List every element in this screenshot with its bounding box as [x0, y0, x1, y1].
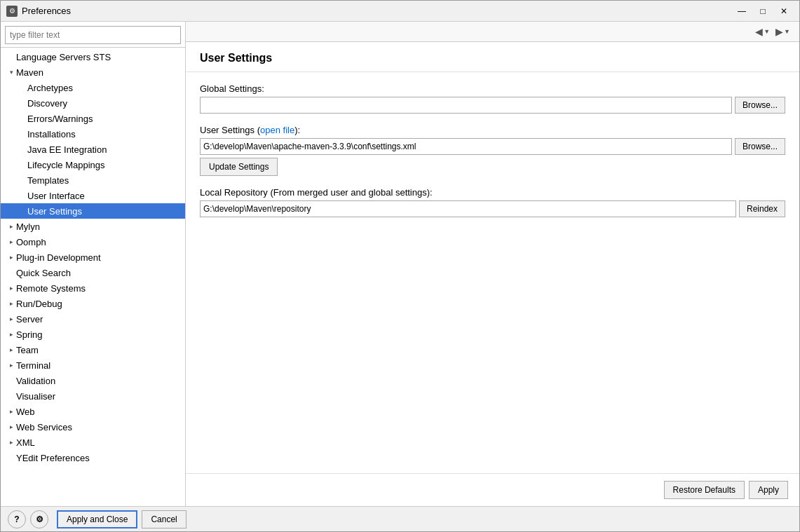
expander-icon: ▸ [6, 300, 16, 307]
back-button[interactable]: ◀ ▼ [753, 25, 772, 39]
title-bar: ⚙ Preferences — □ ✕ [1, 1, 799, 22]
sidebar-item-validation[interactable]: Validation [1, 373, 185, 388]
global-settings-group: Global Settings: Browse... [200, 83, 785, 114]
sidebar-item-errors-warnings[interactable]: Errors/Warnings [1, 111, 185, 126]
expander-icon: ▸ [6, 408, 16, 415]
sidebar-item-label: Templates [27, 175, 185, 186]
window-title: Preferences [22, 6, 732, 16]
sidebar-item-mylyn[interactable]: ▸Mylyn [1, 219, 185, 234]
global-settings-input[interactable] [200, 97, 732, 114]
sidebar-item-label: YEdit Preferences [16, 453, 185, 463]
open-file-link[interactable]: open file [260, 125, 294, 135]
sidebar-item-spring[interactable]: ▸Spring [1, 327, 185, 342]
expander-icon: ▸ [6, 223, 16, 230]
settings-icon-button[interactable]: ⚙ [30, 510, 48, 528]
sidebar-item-archetypes[interactable]: Archetypes [1, 80, 185, 95]
close-button[interactable]: ✕ [774, 4, 794, 19]
help-button[interactable]: ? [8, 510, 26, 528]
reindex-button[interactable]: Reindex [739, 200, 785, 217]
apply-button[interactable]: Apply [749, 481, 788, 499]
local-repo-input[interactable] [200, 200, 736, 217]
user-browse-button[interactable]: Browse... [735, 138, 785, 155]
sidebar-item-label: Run/Debug [16, 299, 185, 309]
sidebar-item-discovery[interactable]: Discovery [1, 95, 185, 111]
sidebar-item-label: Web [16, 407, 185, 417]
global-browse-button[interactable]: Browse... [735, 97, 785, 114]
forward-dropdown-icon: ▼ [784, 28, 790, 35]
sidebar-item-yedit[interactable]: YEdit Preferences [1, 450, 185, 465]
sidebar-item-web-services[interactable]: ▸Web Services [1, 419, 185, 435]
sidebar-item-label: Oomph [16, 237, 185, 247]
nav-toolbar: ◀ ▼ ▶ ▼ [186, 22, 799, 42]
sidebar-item-maven[interactable]: ▾Maven [1, 64, 185, 80]
expander-icon: ▸ [6, 346, 16, 353]
expander-icon: ▸ [6, 285, 16, 292]
sidebar-item-terminal[interactable]: ▸Terminal [1, 357, 185, 373]
forward-icon: ▶ [775, 26, 783, 37]
apply-close-button[interactable]: Apply and Close [57, 510, 137, 528]
sidebar-item-quick-search[interactable]: Quick Search [1, 265, 185, 280]
local-repo-row: Reindex [200, 200, 785, 217]
local-repo-label: Local Repository (From merged user and g… [200, 187, 785, 198]
sidebar-item-label: Server [16, 314, 185, 325]
sidebar-item-templates[interactable]: Templates [1, 172, 185, 188]
sidebar-item-label: Spring [16, 329, 185, 340]
expander-icon: ▾ [6, 69, 16, 76]
sidebar-item-label: User Interface [27, 191, 185, 201]
expander-icon: ▸ [6, 423, 16, 430]
filter-input[interactable] [5, 26, 181, 44]
sidebar-item-label: Validation [16, 376, 185, 386]
sidebar: Language Servers STS▾MavenArchetypesDisc… [1, 22, 186, 506]
expander-icon: ▸ [6, 331, 16, 338]
user-settings-label: User Settings (open file): [200, 125, 785, 135]
sidebar-item-label: Team [16, 345, 185, 355]
minimize-button[interactable]: — [732, 4, 752, 19]
sidebar-item-label: Java EE Integration [27, 144, 185, 155]
sidebar-item-label: Lifecycle Mappings [27, 160, 185, 170]
back-icon: ◀ [755, 26, 763, 37]
filter-wrap [1, 22, 185, 48]
footer-bar: ? ⚙ Apply and Close Cancel [1, 506, 799, 531]
sidebar-item-visualiser[interactable]: Visualiser [1, 388, 185, 404]
back-dropdown-icon: ▼ [764, 28, 770, 35]
expander-icon: ▸ [6, 315, 16, 322]
sidebar-item-lifecycle[interactable]: Lifecycle Mappings [1, 157, 185, 172]
user-settings-input[interactable] [200, 138, 732, 155]
tree-area: Language Servers STS▾MavenArchetypesDisc… [1, 48, 185, 506]
sidebar-item-user-interface[interactable]: User Interface [1, 188, 185, 203]
sidebar-item-label: XML [16, 437, 185, 448]
sidebar-item-label: Language Servers STS [16, 52, 185, 62]
main-area: Language Servers STS▾MavenArchetypesDisc… [1, 22, 799, 506]
sidebar-item-label: Remote Systems [16, 283, 185, 294]
sidebar-item-web[interactable]: ▸Web [1, 404, 185, 419]
sidebar-item-label: User Settings [27, 206, 185, 217]
action-buttons: Restore Defaults Apply [186, 473, 799, 506]
cancel-button[interactable]: Cancel [142, 510, 186, 528]
sidebar-item-installations[interactable]: Installations [1, 126, 185, 142]
sidebar-item-label: Terminal [16, 360, 185, 371]
sidebar-item-language-servers[interactable]: Language Servers STS [1, 49, 185, 64]
update-settings-button[interactable]: Update Settings [200, 158, 278, 176]
sidebar-item-label: Maven [16, 67, 185, 78]
sidebar-item-server[interactable]: ▸Server [1, 311, 185, 327]
sidebar-item-remote-systems[interactable]: ▸Remote Systems [1, 280, 185, 296]
global-settings-label: Global Settings: [200, 83, 785, 94]
restore-defaults-button[interactable]: Restore Defaults [664, 481, 745, 499]
forward-button[interactable]: ▶ ▼ [773, 25, 792, 39]
sidebar-item-label: Errors/Warnings [27, 114, 185, 124]
content-header: User Settings [186, 42, 799, 72]
expander-icon: ▸ [6, 439, 16, 446]
sidebar-item-oomph[interactable]: ▸Oomph [1, 234, 185, 250]
preferences-window: ⚙ Preferences — □ ✕ Language Servers STS… [0, 0, 800, 532]
sidebar-item-xml[interactable]: ▸XML [1, 435, 185, 450]
sidebar-item-user-settings[interactable]: User Settings [1, 203, 185, 219]
maximize-button[interactable]: □ [753, 4, 773, 19]
sidebar-item-plugin-dev[interactable]: ▸Plug-in Development [1, 250, 185, 265]
page-title: User Settings [200, 52, 272, 64]
sidebar-item-run-debug[interactable]: ▸Run/Debug [1, 296, 185, 311]
expander-icon: ▸ [6, 238, 16, 245]
sidebar-item-team[interactable]: ▸Team [1, 342, 185, 357]
sidebar-item-label: Plug-in Development [16, 252, 185, 263]
sidebar-item-label: Visualiser [16, 391, 185, 402]
sidebar-item-java-ee[interactable]: Java EE Integration [1, 142, 185, 157]
